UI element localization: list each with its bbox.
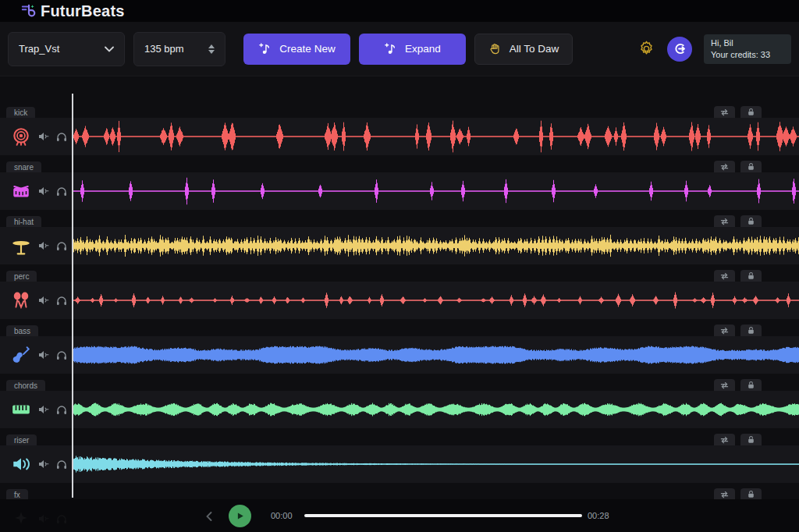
- track-strip: [0, 118, 799, 155]
- waveform[interactable]: [73, 282, 799, 319]
- waveform[interactable]: [73, 172, 799, 210]
- headphones-icon: [56, 296, 67, 306]
- preset-select[interactable]: Trap_Vst: [8, 32, 125, 66]
- app-title: FuturBeats: [41, 2, 125, 20]
- bass-guitar-icon: [10, 345, 31, 366]
- regenerate-button[interactable]: [714, 270, 735, 282]
- lock-icon: [747, 490, 755, 498]
- waveform[interactable]: [73, 336, 799, 374]
- solo-button[interactable]: [56, 241, 67, 251]
- logout-button[interactable]: [667, 37, 692, 62]
- hand-icon: [488, 42, 502, 55]
- track-row-perc: perc: [0, 269, 799, 319]
- volume-button[interactable]: [38, 186, 49, 196]
- current-time: 00:00: [271, 511, 299, 520]
- settings-button[interactable]: [637, 40, 655, 58]
- solo-button[interactable]: [56, 132, 67, 142]
- repeat-icon: [719, 163, 730, 171]
- bpm-stepper[interactable]: [208, 44, 215, 54]
- lock-button[interactable]: [740, 106, 762, 118]
- toolbar-right-group: Hi, Bil Your credits: 33: [637, 34, 791, 64]
- hihat-cymbal-icon: [10, 236, 31, 257]
- lock-button[interactable]: [740, 270, 762, 282]
- volume-button[interactable]: [38, 296, 49, 305]
- gear-icon: [637, 40, 655, 58]
- volume-button[interactable]: [38, 405, 49, 414]
- speaker-icon: [38, 350, 49, 360]
- volume-button[interactable]: [38, 241, 49, 250]
- regenerate-button[interactable]: [714, 161, 735, 172]
- all-to-daw-label: All To Daw: [510, 43, 559, 55]
- headphones-icon: [56, 132, 67, 142]
- track-area: kick sn: [0, 76, 799, 532]
- create-new-button[interactable]: Create New: [243, 34, 350, 65]
- previous-button[interactable]: [203, 509, 215, 523]
- regenerate-button[interactable]: [714, 488, 735, 500]
- solo-button[interactable]: [56, 350, 67, 360]
- repeat-icon: [719, 272, 730, 280]
- stepper-down-icon: [208, 50, 215, 54]
- repeat-icon: [719, 436, 730, 444]
- lock-button[interactable]: [740, 161, 762, 172]
- app-logo[interactable]: FuturBeats: [21, 2, 125, 20]
- regenerate-button[interactable]: [714, 106, 735, 118]
- chevron-down-icon: [105, 46, 114, 52]
- transport-bar: 00:00 00:28: [0, 499, 799, 532]
- music-note-plus-icon: [384, 42, 397, 55]
- regenerate-button[interactable]: [714, 379, 735, 391]
- waveform[interactable]: [73, 227, 799, 264]
- volume-button[interactable]: [38, 132, 49, 141]
- track-strip: [0, 336, 799, 374]
- bpm-input[interactable]: 135 bpm: [133, 32, 225, 66]
- track-name-tag: riser: [6, 434, 37, 445]
- speaker-icon: [38, 405, 49, 414]
- solo-button[interactable]: [56, 459, 67, 470]
- regenerate-button[interactable]: [714, 434, 735, 445]
- lock-button[interactable]: [740, 325, 762, 336]
- track-row-kick: kick: [0, 105, 799, 155]
- playhead[interactable]: [72, 94, 73, 498]
- expand-button[interactable]: Expand: [359, 34, 466, 65]
- regenerate-button[interactable]: [714, 325, 735, 336]
- lock-button[interactable]: [740, 434, 762, 445]
- track-row-riser: riser: [0, 433, 799, 483]
- repeat-icon: [719, 491, 730, 498]
- lock-icon: [747, 326, 755, 335]
- speaker-icon: [38, 186, 49, 196]
- progress-bar[interactable]: [304, 514, 582, 517]
- lock-icon: [747, 435, 755, 444]
- track-row-snare: snare: [0, 160, 799, 210]
- bpm-value: 135 bpm: [144, 43, 184, 55]
- lock-icon: [747, 381, 755, 389]
- repeat-icon: [719, 381, 730, 389]
- lock-button[interactable]: [740, 379, 762, 391]
- track-row-hi-hat: hi-hat: [0, 215, 799, 264]
- speaker-icon: [38, 132, 49, 141]
- lock-button[interactable]: [740, 488, 762, 500]
- lock-icon: [747, 271, 755, 280]
- volume-button[interactable]: [38, 350, 49, 360]
- preset-select-value: Trap_Vst: [19, 43, 59, 55]
- volume-button[interactable]: [38, 459, 49, 469]
- track-row-chords: chords: [0, 378, 799, 428]
- play-button[interactable]: [229, 505, 251, 527]
- solo-button[interactable]: [56, 186, 67, 197]
- repeat-icon: [719, 218, 730, 225]
- regenerate-button[interactable]: [714, 215, 735, 227]
- waveform[interactable]: [73, 118, 799, 155]
- headphones-icon: [56, 405, 67, 415]
- repeat-icon: [719, 108, 730, 116]
- percussion-icon: [10, 290, 31, 311]
- headphones-icon: [56, 241, 67, 251]
- solo-button[interactable]: [56, 405, 67, 415]
- waveform[interactable]: [73, 391, 799, 428]
- track-name-tag: bass: [6, 325, 38, 336]
- track-strip: [0, 172, 799, 210]
- toolbar: Trap_Vst 135 bpm Create New Expand All T…: [0, 22, 799, 76]
- chevron-left-icon: [206, 512, 212, 521]
- all-to-daw-button[interactable]: All To Daw: [474, 34, 573, 65]
- waveform[interactable]: [73, 445, 799, 483]
- lock-button[interactable]: [740, 215, 762, 227]
- track-strip: [0, 227, 799, 264]
- solo-button[interactable]: [56, 296, 67, 306]
